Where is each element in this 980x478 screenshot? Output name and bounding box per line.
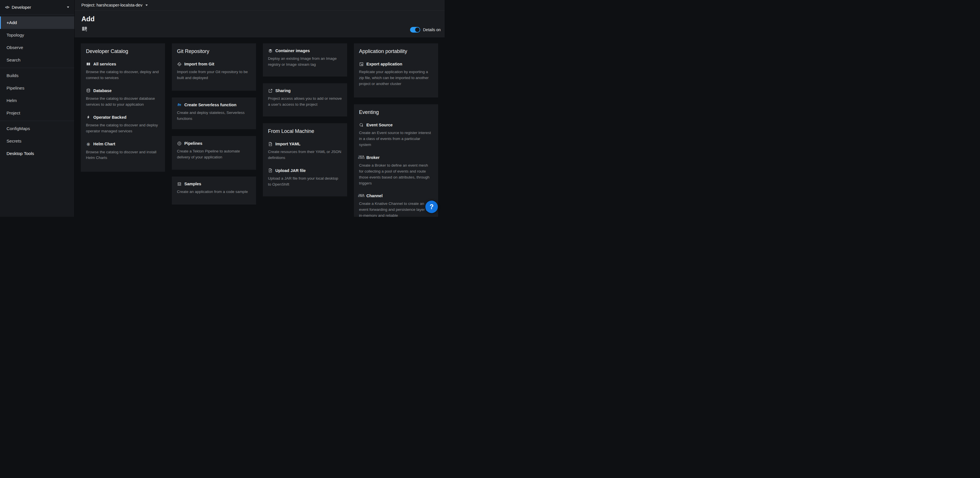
card-title: From Local Machine	[268, 129, 342, 134]
add-action-channel[interactable]: IOIO IIOII Channel Create a Knative Chan…	[359, 194, 433, 217]
add-action-label: Create Serverless function	[184, 103, 237, 107]
page-header: Add Details on	[75, 11, 445, 37]
sidebar-item-label: Search	[6, 57, 21, 63]
sidebar-group-main: +Add Topology Observe Search	[0, 16, 74, 66]
card-eventing: Eventing Event Source Create an Event so…	[354, 104, 438, 217]
add-action-helm-chart[interactable]: ⎈ Helm Chart Browse the catalog to disco…	[86, 142, 160, 161]
sidebar-item-configmaps[interactable]: ConfigMaps	[0, 122, 74, 135]
card-column-2: Git Repository Import from Git Import co…	[172, 43, 256, 205]
add-action-label: Import YAML	[275, 142, 301, 146]
page-title: Add	[81, 15, 438, 23]
import-yaml-icon	[268, 142, 273, 146]
add-action-label: Container images	[275, 48, 310, 53]
card-from-local-machine: From Local Machine Import YAML Create re…	[263, 123, 347, 196]
add-action-label: Channel	[366, 194, 383, 198]
add-action-description: Browse the catalog to discover and insta…	[86, 149, 160, 161]
perspective-switcher[interactable]: </> Developer	[0, 0, 74, 15]
project-selector[interactable]: Project: harshcasper-localsta-dev	[81, 3, 148, 7]
add-action-samples[interactable]: Samples Create an application from a cod…	[177, 182, 251, 195]
add-action-upload-jar-file[interactable]: Upload JAR file Upload a JAR file from y…	[268, 168, 342, 187]
channel-icon: IOIO IIOII	[359, 194, 364, 197]
sidebar-item-topology[interactable]: Topology	[0, 29, 74, 41]
event-source-icon	[359, 123, 364, 127]
sidebar: </> Developer +Add Topology Observe Sear…	[0, 0, 75, 217]
sidebar-item-secrets[interactable]: Secrets	[0, 135, 74, 147]
perspective-label: Developer	[12, 5, 31, 10]
add-action-description: Create and deploy stateless, Serverless …	[177, 110, 251, 122]
export-application-icon	[359, 62, 364, 66]
sidebar-item-project[interactable]: Project	[0, 107, 74, 119]
card-samples: Samples Create an application from a cod…	[172, 176, 256, 205]
card-pipelines: Pipelines Create a Tekton Pipeline to au…	[172, 136, 256, 170]
card-title: Eventing	[359, 110, 433, 115]
add-action-description: Create an Event source to register inter…	[359, 130, 433, 148]
upload-jar-icon	[268, 168, 273, 173]
add-action-import-from-git[interactable]: Import from Git Import code from your Gi…	[177, 62, 251, 81]
details-toggle: Details on	[410, 27, 441, 33]
add-action-label: All services	[93, 62, 116, 66]
sidebar-item-builds[interactable]: Builds	[0, 70, 74, 82]
card-sharing: Sharing Project access allows you to add…	[263, 83, 347, 116]
sidebar-item-label: ConfigMaps	[6, 126, 30, 131]
add-action-all-services[interactable]: All services Browse the catalog to disco…	[86, 62, 160, 81]
card-git-repository: Git Repository Import from Git Import co…	[172, 43, 256, 91]
add-action-sharing[interactable]: Sharing Project access allows you to add…	[268, 88, 342, 108]
add-action-event-source[interactable]: Event Source Create an Event source to r…	[359, 123, 433, 148]
sidebar-item-label: Desktop Tools	[6, 151, 34, 156]
switch-knob	[415, 27, 420, 32]
sidebar-item-label: Secrets	[6, 138, 22, 144]
add-action-label: Broker	[366, 155, 380, 160]
details-switch[interactable]	[410, 27, 420, 33]
binary-row: IIOII	[358, 157, 365, 159]
sidebar-item-observe[interactable]: Observe	[0, 41, 74, 54]
add-action-description: Deploy an existing Image from an Image r…	[268, 56, 342, 68]
details-toggle-label: Details on	[423, 27, 441, 32]
add-action-broker[interactable]: IOIO IIOII Broker Create a Broker to def…	[359, 155, 433, 186]
add-action-label: Samples	[184, 182, 201, 186]
card-title: Git Repository	[177, 48, 251, 54]
sidebar-item-search[interactable]: Search	[0, 54, 74, 66]
add-action-operator-backed[interactable]: Operator Backed Browse the catalog to di…	[86, 115, 160, 134]
database-icon	[86, 88, 91, 93]
sidebar-item-helm[interactable]: Helm	[0, 94, 74, 107]
help-button[interactable]: ?	[425, 201, 438, 213]
add-action-description: Project access allows you to add or remo…	[268, 96, 342, 108]
sidebar-item-label: Pipelines	[6, 86, 24, 91]
add-action-label: Helm Chart	[93, 142, 115, 146]
book-icon	[86, 62, 91, 66]
add-action-label: Pipelines	[184, 141, 202, 146]
add-action-description: Replicate your application by exporting …	[359, 69, 433, 87]
project-selector-bar: Project: harshcasper-localsta-dev	[75, 0, 445, 11]
add-action-container-images[interactable]: Container images Deploy an existing Imag…	[268, 48, 342, 68]
sidebar-item-add[interactable]: +Add	[0, 16, 74, 29]
add-action-description: Create a Broker to define an event mesh …	[359, 163, 433, 186]
card-column-1: Developer Catalog All services Browse th…	[81, 43, 165, 172]
card-application-portability: Application portability Export applicati…	[354, 43, 438, 97]
add-action-create-serverless-function[interactable]: fn Create Serverless function Create and…	[177, 103, 251, 122]
add-action-description: Create resources from their YAML or JSON…	[268, 149, 342, 161]
chevron-down-icon	[67, 6, 69, 8]
container-images-icon	[268, 49, 273, 53]
sidebar-item-pipelines[interactable]: Pipelines	[0, 82, 74, 94]
sidebar-item-label: +Add	[6, 20, 17, 25]
openshift-console: </> Developer +Add Topology Observe Sear…	[0, 0, 445, 217]
card-container-images: Container images Deploy an existing Imag…	[263, 43, 347, 76]
add-action-pipelines[interactable]: Pipelines Create a Tekton Pipeline to au…	[177, 141, 251, 160]
question-mark: ?	[430, 203, 434, 211]
add-action-label: Export application	[366, 62, 402, 66]
add-action-description: Import code from your Git repository to …	[177, 69, 251, 81]
sidebar-item-desktop-tools[interactable]: Desktop Tools	[0, 147, 74, 160]
add-action-label: Operator Backed	[93, 115, 126, 119]
quick-starts-icon[interactable]	[81, 26, 88, 32]
add-action-export-application[interactable]: Export application Replicate your applic…	[359, 62, 433, 87]
add-action-label: Upload JAR file	[275, 168, 306, 173]
broker-icon: IOIO IIOII	[359, 156, 364, 159]
pipelines-icon	[177, 141, 182, 146]
add-action-import-yaml[interactable]: Import YAML Create resources from their …	[268, 142, 342, 161]
add-action-label: Event Source	[366, 123, 393, 127]
sidebar-item-label: Observe	[6, 45, 23, 50]
add-action-database[interactable]: Database Browse the catalog to discover …	[86, 88, 160, 108]
code-icon: </>	[5, 5, 9, 10]
sidebar-group-resources: Builds Pipelines Helm Project	[0, 68, 74, 119]
add-action-description: Browse the catalog to discover and deplo…	[86, 122, 160, 134]
